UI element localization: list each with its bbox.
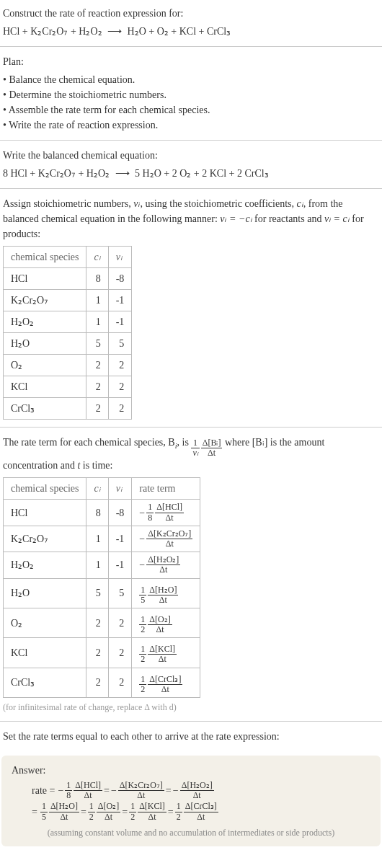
cell-ci: 1 [86,552,108,578]
table-row: K₂Cr₂O₇ 1 -1 −Δ[K₂Cr₂O₇]Δt [4,526,200,552]
cell-nui: -1 [108,290,132,311]
balanced-title: Write the balanced chemical equation: [3,148,379,163]
cell-species: CrCl₃ [4,668,86,697]
cell-ci: 2 [86,668,108,697]
assign-text: , using the stoichiometric coefficients, [140,198,296,209]
table-row: H₂O 5 5 15Δ[H₂O]Δt [4,578,200,608]
table-row: H₂O 5 5 [4,333,132,355]
cell-ci: 2 [86,398,108,420]
cell-nui: 5 [108,578,132,608]
cell-nui: 2 [108,638,132,668]
cell-ci: 5 [86,578,108,608]
rate-term: 12Δ[KCl]Δt [129,802,166,821]
answer-box: Answer: rate = −18Δ[HCl]Δt = −Δ[K₂Cr₂O₇]… [1,756,381,846]
cell-rate: 12Δ[O₂]Δt [132,608,200,637]
cell-nui: 2 [108,376,132,398]
rate-term: 12Δ[O₂]Δt [139,615,172,634]
cell-ci: 2 [86,376,108,398]
rate-term: 12Δ[O₂]Δt [88,802,120,821]
rate-term: 12Δ[KCl]Δt [139,645,177,664]
eq-prefix: = [32,805,37,820]
balanced-equation: 8 HCl + K₂Cr₂O₇ + H₂O₂ ⟶ 5 H₂O + 2 O₂ + … [3,166,379,181]
cell-ci: 1 [86,290,108,311]
cell-ci: 1 [86,526,108,552]
divider [0,46,382,47]
cell-nui: -8 [108,500,132,526]
table-row: CrCl₃ 2 2 12Δ[CrCl₃]Δt [4,668,200,697]
table-row: H₂O₂ 1 -1 [4,311,132,333]
table-row: KCl 2 2 [4,376,132,398]
cell-ci: 2 [86,608,108,637]
col-rate: rate term [132,478,200,500]
stoich-table: chemical species cᵢ νᵢ HCl 8 -8K₂Cr₂O₇ 1… [3,246,132,420]
cell-ci: 2 [86,638,108,668]
cell-species: H₂O₂ [4,311,86,333]
construct-title: Construct the rate of reaction expressio… [3,6,379,21]
cell-rate: 15Δ[H₂O]Δt [132,578,200,608]
rate-term: 15Δ[H₂O]Δt [139,585,178,605]
table-row: H₂O₂ 1 -1 −Δ[H₂O₂]Δt [4,552,200,578]
c-i: cᵢ [297,198,303,209]
table-row: HCl 8 -8 −18Δ[HCl]Δt [4,500,200,526]
rate-prefix: rate = [32,783,55,798]
col-species: chemical species [4,478,86,500]
cell-species: CrCl₃ [4,398,86,420]
cell-species: O₂ [4,355,86,376]
delta-note: (for infinitesimal rate of change, repla… [3,701,379,714]
cell-rate: −18Δ[HCl]Δt [132,500,200,526]
table-row: CrCl₃ 2 2 [4,398,132,420]
cell-nui: 5 [108,333,132,355]
cell-species: K₂Cr₂O₇ [4,526,86,552]
cell-rate: 12Δ[CrCl₃]Δt [132,668,200,697]
cell-species: H₂O [4,578,86,608]
rate-term: −Δ[K₂Cr₂O₇]Δt [139,529,192,549]
cell-species: H₂O [4,333,86,355]
cell-ci: 8 [86,268,108,290]
rate-term: −18Δ[HCl]Δt [58,781,102,800]
rate-term-section: The rate term for each chemical species,… [0,429,382,719]
cell-ci: 5 [86,333,108,355]
col-ci: cᵢ [86,247,108,268]
table-row: K₂Cr₂O₇ 1 -1 [4,290,132,311]
unbalanced-equation: HCl + K₂Cr₂O₇ + H₂O₂ ⟶ H₂O + O₂ + KCl + … [3,24,379,39]
plan-section: Plan: Balance the chemical equation. Det… [0,48,382,138]
rel1: νᵢ = −cᵢ [220,213,252,224]
col-nui: νᵢ [108,478,132,500]
rate-term: −Δ[H₂O₂]Δt [139,555,180,575]
cell-rate: −Δ[H₂O₂]Δt [132,552,200,578]
plan-item: Determine the stoichiometric numbers. [3,87,379,102]
rate-terms-table: chemical species cᵢ νᵢ rate term HCl 8 -… [3,477,200,698]
assign-text: Assign stoichiometric numbers, [3,198,133,209]
table-row: O₂ 2 2 [4,355,132,376]
cell-species: O₂ [4,608,86,637]
rel2: νᵢ = cᵢ [324,213,350,224]
rate-term: −Δ[H₂O₂]Δt [173,781,214,800]
cell-ci: 2 [86,355,108,376]
table-row: HCl 8 -8 [4,268,132,290]
plan-list: Balance the chemical equation. Determine… [3,72,379,133]
cell-species: KCl [4,638,86,668]
cell-species: KCl [4,376,86,398]
cell-nui: 2 [108,355,132,376]
cell-nui: -1 [108,552,132,578]
cell-nui: -8 [108,268,132,290]
cell-nui: 2 [108,608,132,637]
cell-ci: 8 [86,500,108,526]
divider [0,427,382,428]
plan-item: Write the rate of reaction expression. [3,118,379,133]
set-equal-section: Set the rate terms equal to each other t… [0,723,382,750]
rate-line-2: = 15Δ[H₂O]Δt = 12Δ[O₂]Δt = 12Δ[KCl]Δt = … [12,802,370,821]
cell-species: HCl [4,268,86,290]
plan-item: Balance the chemical equation. [3,72,379,87]
divider [0,140,382,141]
assign-section: Assign stoichiometric numbers, νᵢ, using… [0,190,382,425]
cell-species: HCl [4,500,86,526]
col-nui: νᵢ [108,247,132,268]
arrow-icon: ⟶ [112,168,133,179]
arrow-icon: ⟶ [105,26,125,37]
construct-section: Construct the rate of reaction expressio… [0,0,382,45]
cell-ci: 1 [86,311,108,333]
cell-species: H₂O₂ [4,552,86,578]
rate-term: −18Δ[HCl]Δt [139,502,184,522]
cell-rate: −Δ[K₂Cr₂O₇]Δt [132,526,200,552]
